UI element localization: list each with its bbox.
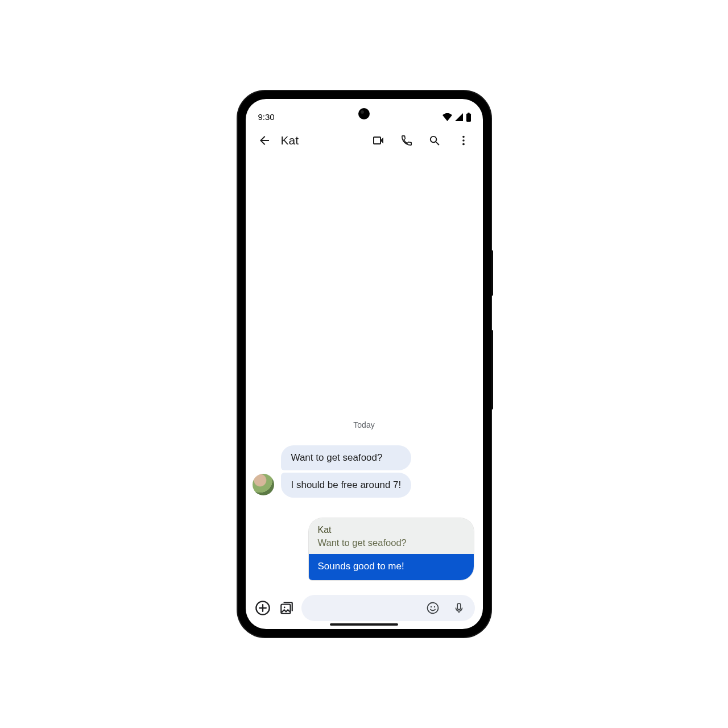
svg-rect-11 [457,603,461,610]
svg-point-3 [462,139,465,142]
more-vert-icon [457,134,470,147]
emoji-icon [426,601,440,615]
incoming-message-group: Want to get seafood? I should be free ar… [253,445,476,498]
search-icon [428,134,441,147]
back-button[interactable] [254,130,275,151]
video-call-button[interactable] [367,129,390,152]
app-bar: Kat [246,123,483,158]
arrow-back-icon [258,134,271,147]
incoming-message[interactable]: I should be free around 7! [281,473,412,498]
more-options-button[interactable] [452,129,475,152]
quoted-text: Want to get seafood? [318,537,465,548]
svg-point-9 [430,606,431,607]
attach-button[interactable] [254,599,272,617]
svg-rect-0 [466,114,471,122]
voice-message-button[interactable] [450,599,468,617]
power-button [491,250,493,296]
incoming-bubbles: Want to get seafood? I should be free ar… [281,445,412,498]
status-indicators [442,113,471,122]
outgoing-reply-message[interactable]: Kat Want to get seafood? Sounds good to … [309,518,474,580]
incoming-message[interactable]: Want to get seafood? [281,445,412,470]
gallery-icon [279,601,294,615]
search-button[interactable] [424,129,446,152]
volume-button [491,330,493,410]
camera-hole [358,108,370,119]
svg-point-2 [462,136,465,138]
battery-icon [466,113,471,122]
svg-rect-1 [468,113,469,114]
wifi-icon [442,113,452,121]
chat-body[interactable]: Today Want to get seafood? I should be f… [246,158,483,629]
cellular-icon [454,113,464,121]
voice-call-button[interactable] [395,129,418,152]
svg-point-10 [433,606,435,607]
screen: 9:30 Kat [246,99,483,629]
microphone-icon [453,602,465,614]
svg-point-8 [427,603,438,614]
video-icon [371,134,385,147]
message-input[interactable] [301,595,475,621]
svg-point-4 [462,143,465,146]
nav-handle[interactable] [330,623,398,626]
quoted-sender: Kat [318,525,465,535]
app-actions [367,129,475,152]
phone-frame: 9:30 Kat [238,91,491,637]
gallery-button[interactable] [278,599,296,617]
svg-point-7 [283,607,285,609]
conversation-title[interactable]: Kat [281,134,367,147]
date-separator: Today [253,420,476,429]
phone-icon [400,134,413,147]
compose-row [253,595,476,621]
status-time: 9:30 [258,112,275,122]
emoji-button[interactable] [424,599,442,617]
quoted-message: Kat Want to get seafood? [309,518,474,554]
sender-avatar[interactable] [253,474,274,495]
reply-body: Sounds good to me! [309,554,474,580]
plus-circle-icon [255,600,271,616]
